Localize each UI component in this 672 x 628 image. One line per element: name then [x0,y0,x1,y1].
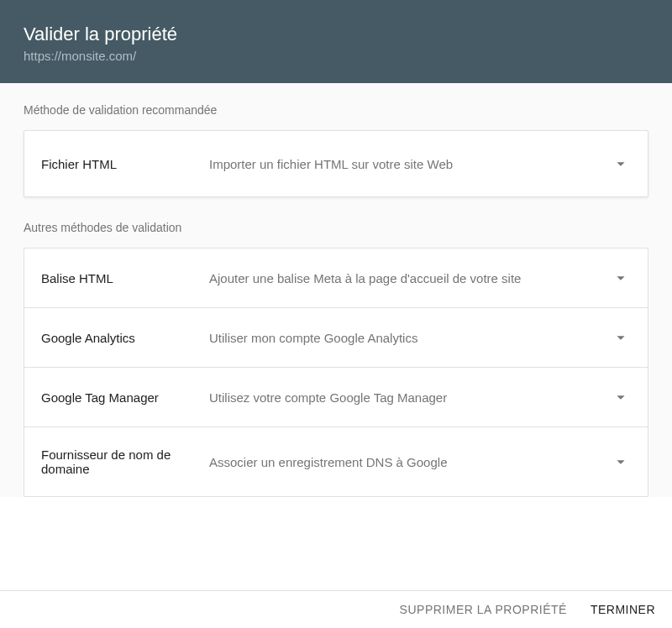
chevron-down-icon [611,388,631,406]
method-row-google-analytics[interactable]: Google Analytics Utiliser mon compte Goo… [24,308,648,368]
method-row-html-tag[interactable]: Balise HTML Ajouter une balise Meta à la… [24,249,648,308]
recommended-method-card: Fichier HTML Importer un fichier HTML su… [24,130,648,197]
method-row-google-tag-manager[interactable]: Google Tag Manager Utilisez votre compte… [24,368,648,427]
method-name: Fichier HTML [41,157,209,171]
method-row-dns-provider[interactable]: Fournisseur de nom de domaine Associer u… [24,427,648,496]
method-desc: Ajouter une balise Meta à la page d'accu… [209,271,611,285]
recommended-section-label: Méthode de validation recommandée [24,103,648,117]
other-methods-list: Balise HTML Ajouter une balise Meta à la… [24,248,648,497]
chevron-down-icon [611,328,631,347]
method-desc: Associer un enregistrement DNS à Google [209,455,611,469]
other-section-label: Autres méthodes de validation [24,221,648,234]
dialog-content: Méthode de validation recommandée Fichie… [0,83,672,497]
method-name: Balise HTML [41,271,209,285]
method-name: Google Analytics [41,331,209,345]
chevron-down-icon [611,154,631,173]
dialog-footer: Supprimer la propriété Terminer [0,590,672,628]
method-row-html-file[interactable]: Fichier HTML Importer un fichier HTML su… [24,131,648,196]
chevron-down-icon [611,269,631,287]
delete-property-button[interactable]: Supprimer la propriété [400,603,567,616]
chevron-down-icon [611,453,631,471]
method-desc: Utiliser mon compte Google Analytics [209,331,611,345]
method-desc: Utilisez votre compte Google Tag Manager [209,390,611,405]
dialog-header: Valider la propriété https://monsite.com… [0,0,672,83]
method-name: Google Tag Manager [41,390,209,405]
method-name: Fournisseur de nom de domaine [41,447,209,476]
header-title: Valider la propriété [24,24,648,45]
method-desc: Importer un fichier HTML sur votre site … [209,157,611,171]
header-url: https://monsite.com/ [24,49,648,63]
done-button[interactable]: Terminer [591,603,655,616]
